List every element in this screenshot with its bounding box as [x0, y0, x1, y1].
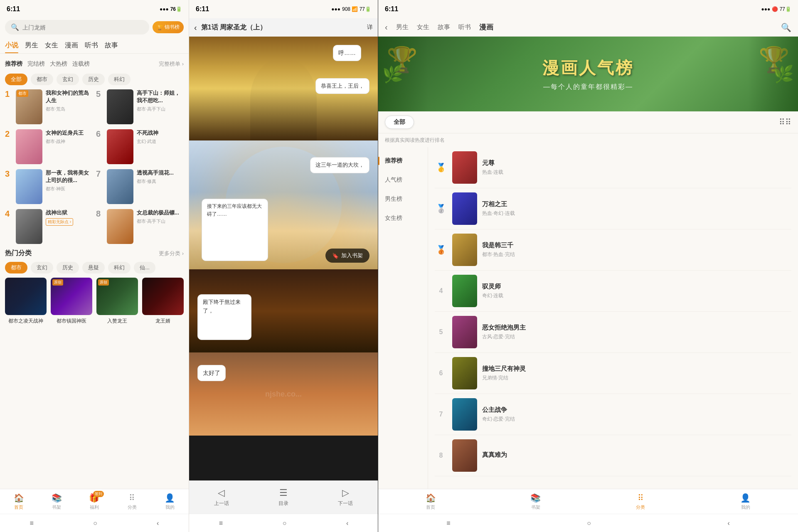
filter-history[interactable]: 历史	[82, 74, 105, 85]
nav-category[interactable]: ⠿ 分类	[113, 489, 151, 514]
p3-filter-all[interactable]: 全部	[385, 116, 414, 129]
filter-all[interactable]: 全部	[5, 74, 27, 85]
hot-book-4[interactable]: 龙王婿	[142, 278, 184, 325]
sidebar-male[interactable]: 男生榜	[378, 190, 428, 209]
p3-nav-shelf[interactable]: 📚 书架	[483, 489, 589, 514]
p3-grid-icon[interactable]: ⠿⠿	[779, 117, 791, 127]
rank-num-6: 6	[96, 129, 103, 139]
sys-home-2[interactable]: ○	[283, 520, 287, 527]
p3-nav-home[interactable]: 🏠 首页	[378, 489, 483, 514]
manga-item-4[interactable]: 4 驭灵师 奇幻·连载	[435, 271, 791, 312]
category-icon: ⠿	[129, 493, 135, 503]
sys-menu-2[interactable]: ≡	[219, 520, 223, 527]
ranking-tabs: 推荐榜 完结榜 大热榜 连载榜	[5, 60, 155, 68]
search-input[interactable]	[22, 24, 143, 31]
filter-urban[interactable]: 都市	[31, 74, 53, 85]
hot-book-3[interactable]: 原创 入赘龙王	[96, 278, 138, 325]
p3-tab-male[interactable]: 男生	[396, 23, 409, 31]
manga-item-1[interactable]: 🥇 元尊 热血·连载	[435, 147, 791, 188]
p3-nav-category[interactable]: ⠿ 分类	[588, 489, 693, 514]
nav-tab-male[interactable]: 男生	[25, 38, 38, 53]
hot-book-2[interactable]: 原创 都市镇国神医	[51, 278, 92, 325]
hot-book-title-2: 都市镇国神医	[51, 318, 92, 325]
manga-item-6[interactable]: 6 撞地三尺有神灵 兄弟情·完结	[435, 353, 791, 394]
p3-cat-icon: ⠿	[638, 493, 644, 503]
hot-more[interactable]: 更多分类 ›	[159, 250, 184, 257]
hot-filter-mystery[interactable]: 悬疑	[82, 262, 105, 273]
sys-home-3[interactable]: ○	[587, 520, 591, 527]
nav-shelf[interactable]: 📚 书架	[38, 489, 76, 514]
p3-back-button[interactable]: ‹	[385, 22, 388, 32]
sys-menu[interactable]: ≡	[30, 520, 34, 527]
ranking-item-4[interactable]: 4 战神出狱 精彩无际点 ›	[5, 209, 93, 244]
next-chapter[interactable]: ▷ 下一话	[338, 488, 353, 507]
nav-tab-female[interactable]: 女生	[45, 38, 58, 53]
nav-tab-audio[interactable]: 听书	[85, 38, 98, 53]
nav-tab-novel[interactable]: 小说	[5, 38, 18, 53]
manga-cover-3	[452, 234, 477, 266]
filter-fantasy[interactable]: 玄幻	[57, 74, 79, 85]
manga-tags-6: 兄弟情·完结	[482, 374, 791, 382]
sidebar-popular[interactable]: 人气榜	[378, 170, 428, 190]
comic-panels: 呼…… 恭喜王上，王后， 这三年一道的大坎， 接下来的三年应该都无大碍了…… 🔖…	[189, 37, 378, 480]
p3-bottom-nav: 🏠 首页 📚 书架 ⠿ 分类 👤 我的	[378, 489, 798, 514]
nav-tab-manga[interactable]: 漫画	[65, 38, 78, 53]
ranking-item-8[interactable]: 8 女总裁的极品镖... 都市·高手下山	[96, 209, 184, 244]
ranking-item-1[interactable]: 1 都市 我和女神们的荒岛人生 都市·荒岛	[5, 89, 93, 124]
manga-item-2[interactable]: 🥈 万相之王 热血·奇幻·连载	[435, 188, 791, 229]
hot-book-1[interactable]: 都市之凌天战神	[5, 278, 47, 325]
manga-cover-7	[452, 398, 477, 431]
p3-tab-audio[interactable]: 听书	[458, 23, 471, 31]
sys-back-2[interactable]: ‹	[346, 520, 348, 527]
back-button[interactable]: ‹	[194, 23, 197, 32]
sys-back[interactable]: ‹	[157, 520, 159, 527]
sys-home[interactable]: ○	[93, 520, 97, 527]
manga-info-2: 万相之王 热血·奇幻·连载	[482, 200, 791, 217]
hot-filter-fantasy[interactable]: 玄幻	[31, 262, 53, 273]
search-bar[interactable]: 🔍	[5, 20, 149, 34]
tab-hot[interactable]: 大热榜	[50, 60, 67, 68]
manga-item-3[interactable]: 🥉 我是韩三千 都市·热血·完结	[435, 229, 791, 271]
ranking-item-3[interactable]: 3 那一夜，我将美女上司扒的很... 都市·神医	[5, 169, 93, 204]
jinbook-button[interactable]: 🏆 锦书榜	[153, 21, 184, 33]
p3-nav-mine[interactable]: 👤 我的	[693, 489, 798, 514]
p3-tab-manga[interactable]: 漫画	[479, 22, 493, 32]
sys-back-3[interactable]: ‹	[727, 520, 729, 527]
p3-tab-story[interactable]: 故事	[438, 23, 450, 31]
ranking-item-2[interactable]: 2 女神的近身兵王 都市·战神	[5, 129, 93, 164]
sys-menu-3[interactable]: ≡	[446, 520, 450, 527]
ranking-item-7[interactable]: 7 透视高手混花... 都市·修真	[96, 169, 184, 204]
manga-item-7[interactable]: 7 公主战争 奇幻·恋爱·完结	[435, 394, 791, 435]
p3-tab-female[interactable]: 女生	[417, 23, 429, 31]
hot-filter-urban[interactable]: 都市	[5, 262, 27, 273]
book-title-2: 女神的近身兵王	[46, 129, 93, 137]
p3-home-label: 首页	[426, 504, 435, 510]
ranking-more[interactable]: 完整榜单 ›	[159, 60, 184, 68]
status-bar-2: 6:11 ●●● 908 📶 77🔋	[189, 0, 378, 18]
add-shelf-button[interactable]: 🔖 加入书架	[325, 249, 369, 263]
manga-title-7: 公主战争	[482, 406, 791, 414]
nav-home[interactable]: 🏠 首页	[0, 489, 38, 514]
nav-mine[interactable]: 👤 我的	[151, 489, 189, 514]
p3-search-button[interactable]: 🔍	[781, 22, 791, 32]
sidebar-female[interactable]: 女生榜	[378, 209, 428, 228]
ranking-item-6[interactable]: 6 不死战神 玄幻·武道	[96, 129, 184, 164]
hot-section-header: 热门分类 更多分类 ›	[5, 249, 184, 258]
ranking-item-5[interactable]: 5 高手下山：师姐，我不想吃... 都市·高手下山	[96, 89, 184, 124]
manga-info-6: 撞地三尺有神灵 兄弟情·完结	[482, 365, 791, 382]
hot-filter-history[interactable]: 历史	[57, 262, 79, 273]
detail-button[interactable]: 详	[367, 24, 373, 31]
manga-item-5[interactable]: 5 恶女拒绝泡男主 古风·恋爱·完结	[435, 312, 791, 353]
hot-filter-more[interactable]: 仙...	[134, 262, 155, 273]
tab-recommend[interactable]: 推荐榜	[5, 60, 22, 68]
toc-button[interactable]: ☰ 目录	[278, 488, 288, 507]
hot-filter-scifi[interactable]: 科幻	[108, 262, 131, 273]
prev-chapter[interactable]: ◁ 上一话	[214, 488, 229, 507]
tab-complete[interactable]: 完结榜	[27, 60, 45, 68]
tab-serial[interactable]: 连载榜	[72, 60, 90, 68]
nav-benefit[interactable]: 🎁 签到 福利	[76, 489, 113, 514]
filter-scifi[interactable]: 科幻	[108, 74, 131, 85]
manga-item-8[interactable]: 8 真真难为	[435, 435, 791, 476]
nav-tab-story[interactable]: 故事	[105, 38, 118, 53]
sidebar-recommend[interactable]: 推荐榜	[378, 151, 428, 170]
